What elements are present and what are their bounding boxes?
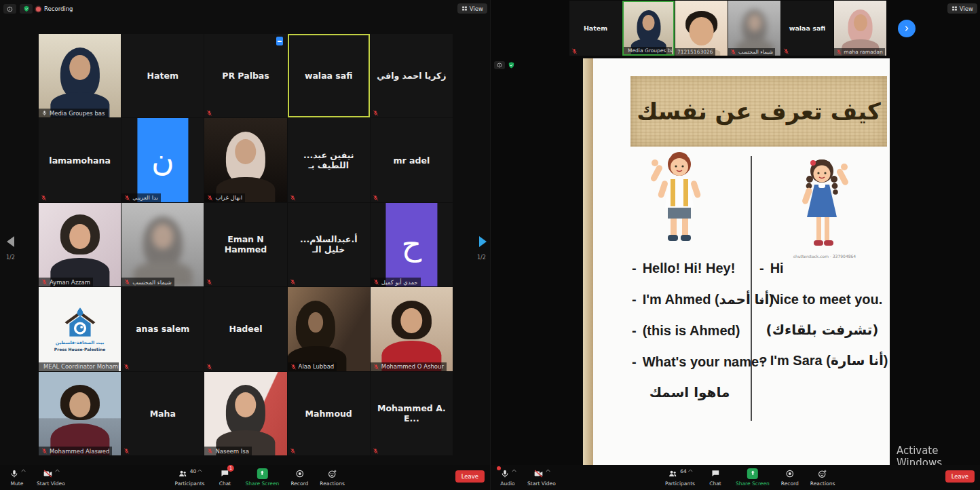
view-button[interactable]: View [947,3,977,14]
chat-button[interactable]: Chat [705,468,725,487]
muted-mic-icon [836,49,842,55]
start-video-button[interactable]: Start Video [527,468,556,487]
participant-name: Mohammed A. E... [371,372,453,455]
participant-tile[interactable]: ححمدي أبو كميل [371,203,453,286]
slide-title-banner: كيف تعرف عن نفسك [630,76,887,147]
audio-button[interactable]: Audio [497,468,518,487]
view-label: View [960,5,973,12]
share-screen-icon [257,468,267,479]
previous-page-arrow[interactable] [7,236,14,247]
meeting-info-icon[interactable] [3,4,16,14]
share-screen-button[interactable]: Share Screen [736,468,770,487]
participant-tile[interactable]: بيت الصحافة-فلسطينPress House-PalestineM… [39,287,121,371]
participant-name: Media Groupes bas [628,48,672,54]
chat-button[interactable]: 1Chat [215,468,235,487]
participant-tile[interactable]: Hatem [121,34,204,117]
muted-mic-icon [207,195,213,201]
next-page-arrow[interactable] [479,236,487,247]
record-button[interactable]: Record [289,468,309,487]
record-button[interactable]: Record [780,468,800,487]
participant-tile[interactable]: Hadeel [204,287,286,371]
participant-tile[interactable]: Alaa Lubbad [288,287,370,371]
mic-icon [500,469,510,478]
participant-name-tag: 71215163026 [675,48,715,56]
page-indicator: 1/2 [6,255,15,261]
participant-tile[interactable]: maha ramadan [834,1,886,56]
gallery-grid: Media Groupes basHatemPR Palbaswalaa saf… [39,34,453,455]
caret-up-icon [21,469,26,472]
participant-tile[interactable]: anas salem [121,287,204,371]
leave-button[interactable]: Leave [945,470,975,483]
participant-tile[interactable]: Mohammed A. E... [371,372,453,455]
participant-tile[interactable]: انهال غراب [204,118,286,202]
participant-tile[interactable]: Media Groupes bas [39,34,121,117]
bullet-subline: (تشرفت بلقاءك) [759,315,885,345]
encryption-shield-icon[interactable] [20,4,33,14]
muted-mic-icon [206,110,212,116]
toolbar-left-group: AudioStart Video [497,468,556,487]
participant-tile[interactable]: Hatem [569,1,622,56]
toolbar-button-label: Audio [500,480,514,487]
muted-mic-icon [290,364,297,370]
participant-name: ...نيفين عبد اللطيف بـ [288,118,370,202]
caret-up-icon [197,469,202,472]
participant-name-tag: Media Groupes bas [624,47,672,54]
participant-tile[interactable]: walaa safi [781,1,833,56]
muted-mic-icon [124,364,130,370]
participant-tile[interactable]: شيماء المحتسب [121,203,204,286]
reactions-button[interactable]: Reactions [810,468,835,487]
participant-name: انهال غراب [215,194,242,201]
leave-button[interactable]: Leave [455,470,485,483]
participant-tile[interactable]: mr adel [371,118,453,202]
participant-name: mr adel [371,118,453,202]
right-meeting-window: View HatemMedia Groupes bas71215163026شي… [490,0,980,490]
muted-mic-icon [41,279,48,285]
participant-tile[interactable]: Mahmoud [288,372,370,455]
meeting-info-icon[interactable] [494,61,505,69]
muted-indicator [371,193,381,202]
participant-tile[interactable]: ...نيفين عبد اللطيف بـ [288,118,370,202]
avatar-letter-tile: ن [137,118,188,202]
participant-tile[interactable]: PR Palbas [204,34,286,117]
participants-button[interactable]: 64Participants [665,468,695,487]
encryption-shield-icon[interactable] [508,61,515,69]
participant-tile[interactable]: lamamohana [39,118,121,202]
participant-tile[interactable]: Maha [121,372,204,455]
muted-indicator [204,109,214,117]
participant-tile[interactable]: 71215163026 [675,1,728,56]
filmstrip-next-button[interactable] [898,20,916,37]
muted-indicator [39,193,49,202]
grid-view-icon [951,5,958,12]
participant-tile[interactable]: Naseem Isa [204,372,286,455]
left-top-bar: Recording View [0,0,490,18]
organization-logo: بيت الصحافة-فلسطينPress House-Palestine [39,287,121,371]
share-screen-button[interactable]: Share Screen [246,468,280,487]
participant-tile[interactable]: Eman N Hammed [204,203,286,286]
toolbar-center-group: 64ParticipantsChatShare ScreenRecordReac… [665,468,835,487]
participant-tile[interactable]: Mohammed Alaswed [39,372,121,455]
participant-tile[interactable]: Ayman Azzam [39,203,121,286]
participant-video-blurred [728,1,780,56]
participant-name: maha ramadan [844,49,882,55]
muted-mic-icon [373,364,379,370]
participant-name: Maha [121,372,204,455]
participant-tile[interactable]: نندا العريني [121,118,204,202]
mute-button[interactable]: Mute [7,468,27,487]
toolbar-left-group: MuteStart Video [7,468,65,487]
view-button[interactable]: View [457,3,487,14]
start-video-button[interactable]: Start Video [37,468,65,487]
shared-screen-status-icons [494,61,515,69]
participant-tile[interactable]: شيماء المحتسب [728,1,780,56]
participant-tile[interactable]: ...أ.عبدالسلام خليل الـ [288,203,370,286]
participant-tile[interactable]: زكريا احمد وافي [371,34,453,117]
reactions-button[interactable]: Reactions [320,468,344,487]
participant-name: زكريا احمد وافي [371,34,453,117]
muted-mic-icon [373,110,379,116]
participant-tile[interactable]: Mohammed O Ashour [371,287,453,371]
participants-button[interactable]: 40Participants [174,468,204,487]
caret-up-icon [546,469,550,472]
participant-name: Mohammed O Ashour [381,363,444,370]
participant-name: ...أ.عبدالسلام خليل الـ [288,203,370,286]
participant-tile[interactable]: walaa safi [288,34,370,117]
participant-tile[interactable]: Media Groupes bas [622,1,675,56]
